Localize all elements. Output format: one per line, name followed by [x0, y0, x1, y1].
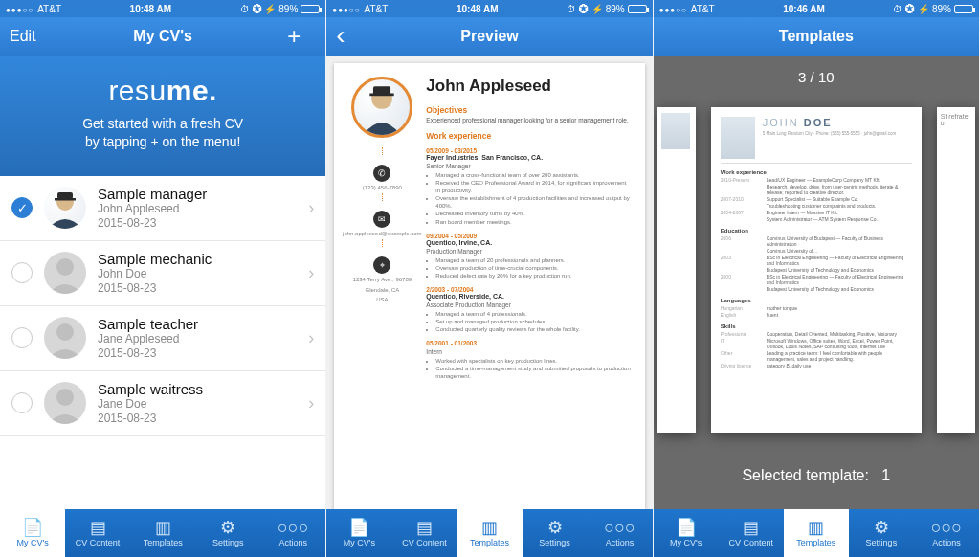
hero-line2: by tapping + on the menu!: [15, 133, 310, 151]
tab-label: CV Content: [76, 538, 121, 547]
carrier-label: AT&T: [37, 4, 61, 14]
template-row: Corvinus University of…: [721, 248, 912, 254]
template-card-current[interactable]: JOHN DOE5 Main Long Random City · Phone:…: [711, 107, 922, 433]
status-time: 10:48 AM: [391, 4, 563, 14]
app-logo: resume.: [15, 75, 310, 107]
job-role: Production Manager: [426, 248, 631, 255]
cv-row[interactable]: Sample managerJohn Appleseed2015-08-23›: [0, 176, 325, 241]
cv-author: John Appleseed: [98, 202, 297, 216]
template-row: OtherLeading a practice team: I feel com…: [721, 350, 912, 362]
contact-addr1: 1234 Terry Ave., 96789: [353, 277, 412, 283]
status-indicators: ⏱ ✪ ⚡: [893, 4, 929, 14]
tab-settings[interactable]: ⚙Settings: [195, 509, 260, 557]
carrier-label: AT&T: [365, 4, 389, 14]
section-objectives: Objectives: [426, 105, 631, 115]
tab-label: My CV's: [344, 538, 375, 547]
resume-document: ✆ (123) 456-7890 ✉ john.appleseed@exampl…: [334, 63, 644, 509]
job-dates: 2/2003 - 07/2004: [426, 286, 631, 293]
cv-row[interactable]: Sample waitressJane Doe2015-08-23›: [0, 371, 325, 436]
contact-email: john.appleseed@example.com: [343, 231, 421, 237]
status-indicators: ⏱ ✪ ⚡: [240, 4, 277, 14]
battery-pct: 89%: [932, 4, 951, 14]
template-photo: [721, 117, 755, 159]
tab-label: Actions: [932, 538, 961, 547]
chevron-right-icon: ›: [308, 198, 314, 218]
tab-label: Actions: [279, 538, 308, 547]
job-role: Intern: [426, 348, 631, 355]
cv-row[interactable]: Sample teacherJane Appleseed2015-08-23›: [0, 306, 325, 371]
preview-viewport[interactable]: ✆ (123) 456-7890 ✉ john.appleseed@exampl…: [326, 56, 652, 509]
template-row: Englishfluent: [721, 312, 912, 318]
tab-cv-content[interactable]: ▤CV Content: [65, 509, 130, 557]
tab-cv-content[interactable]: ▤CV Content: [719, 509, 784, 557]
avatar-placeholder-icon: [44, 317, 86, 359]
tab-templates[interactable]: ▥Templates: [457, 509, 522, 557]
tab-icon: ○○○: [604, 519, 635, 536]
template-section: Skills: [721, 323, 912, 329]
select-circle[interactable]: [11, 197, 33, 218]
chevron-right-icon: ›: [308, 393, 314, 413]
screen-preview: AT&T 10:48 AM ⏱ ✪ ⚡ 89% Preview ✆ (123) …: [326, 0, 653, 557]
template-section: Languages: [721, 298, 912, 303]
cv-row[interactable]: Sample mechanicJohn Doe2015-08-23›: [0, 241, 325, 306]
tab-label: Settings: [866, 538, 898, 547]
job-dates: 05/2009 - 03/2015: [426, 147, 631, 154]
tab-label: My CV's: [16, 538, 48, 547]
battery-icon: [628, 5, 647, 13]
tab-templates[interactable]: ▥Templates: [130, 509, 195, 557]
cv-author: Jane Appleseed: [98, 332, 297, 346]
tab-actions[interactable]: ○○○Actions: [260, 509, 325, 557]
nav-title: Preview: [326, 28, 652, 45]
back-button[interactable]: [336, 26, 365, 48]
tab-cv-content[interactable]: ▤CV Content: [391, 509, 457, 557]
template-section: Work experience: [721, 169, 912, 175]
tab-my-cv-s[interactable]: 📄My CV's: [654, 509, 719, 557]
tab-bar: 📄My CV's▤CV Content▥Templates⚙Settings○○…: [654, 509, 979, 557]
tab-templates[interactable]: ▥Templates: [784, 509, 849, 557]
tab-bar: 📄My CV's▤CV Content▥Templates⚙Settings○○…: [0, 509, 325, 557]
tab-settings[interactable]: ⚙Settings: [523, 509, 588, 557]
tab-settings[interactable]: ⚙Settings: [849, 509, 914, 557]
template-row: Budapest University of Technology and Ec…: [721, 286, 912, 292]
tab-icon: ▤: [743, 519, 759, 536]
template-card-next[interactable]: St refrate u: [937, 107, 975, 433]
battery-pct: 89%: [606, 4, 625, 14]
tab-actions[interactable]: ○○○Actions: [588, 509, 653, 557]
tab-label: CV Content: [402, 538, 447, 547]
signal-dots-icon: [6, 4, 33, 14]
template-counter: 3 / 10: [654, 69, 979, 85]
tab-label: Templates: [470, 538, 509, 547]
tab-my-cv-s[interactable]: 📄My CV's: [326, 509, 391, 557]
tab-label: My CV's: [670, 538, 702, 547]
cv-title: Sample manager: [98, 186, 297, 202]
template-carousel[interactable]: 3 / 10 JOHN DOE5 Main Long Random City ·…: [654, 56, 979, 509]
template-row: Research, develop, drive, from user-cent…: [721, 184, 912, 195]
status-time: 10:46 AM: [719, 4, 890, 14]
select-circle[interactable]: [11, 262, 33, 283]
add-cv-button[interactable]: +: [287, 27, 316, 46]
job-company: Quentico, Irvine, CA.: [426, 239, 631, 246]
status-indicators: ⏱ ✪ ⚡: [567, 4, 603, 14]
svg-point-3: [56, 258, 74, 276]
svg-rect-2: [55, 198, 76, 201]
cv-date: 2015-08-23: [98, 216, 297, 231]
email-icon: ✉: [373, 211, 390, 228]
nav-bar: Preview: [326, 17, 652, 56]
tab-my-cv-s[interactable]: 📄My CV's: [0, 509, 65, 557]
template-row: ProfessionalCooperation, Detail Oriented…: [721, 331, 912, 337]
hero-banner: resume. Get started with a fresh CV by t…: [0, 56, 325, 176]
cv-title: Sample waitress: [98, 381, 297, 397]
template-card-prev[interactable]: [657, 107, 696, 433]
tab-actions[interactable]: ○○○Actions: [914, 509, 979, 557]
select-circle[interactable]: [11, 392, 33, 413]
status-bar: AT&T 10:48 AM ⏱ ✪ ⚡ 89%: [0, 0, 325, 17]
phone-icon: ✆: [373, 165, 390, 182]
select-circle[interactable]: [11, 327, 33, 348]
job-bullets: Managed a team of 4 professionals.Set up…: [426, 310, 631, 333]
edit-button[interactable]: Edit: [10, 28, 38, 45]
template-row: System Administrator — ATM System Respon…: [721, 216, 912, 222]
nav-bar: Templates: [654, 17, 979, 56]
objectives-text: Experienced professional manager looking…: [426, 117, 631, 123]
contact-phone: (123) 456-7890: [363, 185, 402, 191]
cv-list[interactable]: Sample managerJohn Appleseed2015-08-23›S…: [0, 176, 325, 509]
